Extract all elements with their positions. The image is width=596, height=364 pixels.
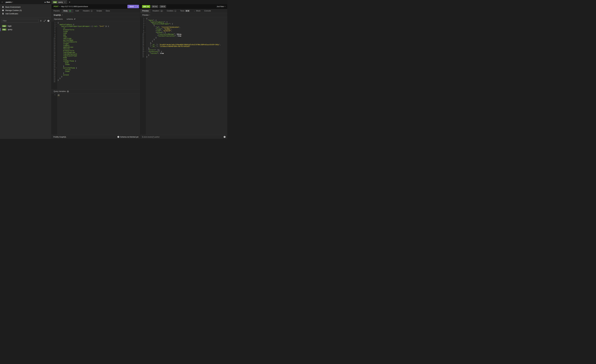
url-input[interactable]: http://127.0.0.1:8881/pamirs/base (61, 6, 127, 7)
environment-icon (2, 6, 4, 8)
graphql-editor[interactable]: 1▾{2▾ appConfigQuery {3▾ queryListByWrap… (52, 21, 140, 89)
fold-arrow-icon[interactable]: ▾ (144, 51, 146, 52)
operations-subtab[interactable]: Operations (54, 18, 63, 20)
add-request-button[interactable] (47, 19, 50, 22)
close-icon[interactable]: × (64, 1, 66, 3)
code-line: 8 "code": "global#", (140, 30, 227, 32)
send-options-dropdown[interactable]: ▾ (136, 5, 139, 8)
sort-icon[interactable] (39, 19, 43, 22)
fold-arrow-icon[interactable]: ▾ (55, 60, 57, 62)
fold-arrow-icon[interactable]: ▾ (144, 18, 146, 19)
tab-auth[interactable]: Auth (74, 9, 81, 13)
arrow-right-icon: → (194, 10, 195, 12)
fold-gutter (55, 29, 57, 30)
sidebar-filter-row (0, 17, 52, 23)
body-type-dropdown[interactable]: GraphQL (54, 14, 61, 16)
fold-gutter (144, 45, 146, 47)
tab-console[interactable]: Console (202, 9, 213, 13)
workspace-dropdown[interactable]: pamirs ▾ (6, 1, 13, 3)
code-text: { (146, 18, 147, 19)
back-chevron-icon[interactable]: ‹ (2, 1, 3, 3)
code-text: inline (57, 69, 71, 71)
code-text: "data": { (146, 19, 156, 21)
tab-response-headers[interactable]: Headers 10 (150, 9, 165, 13)
tab-cookies[interactable]: Cookies 1 (165, 9, 178, 13)
tab-preview[interactable]: Preview (140, 9, 150, 13)
sidebar-item-cookies[interactable]: Manage Cookies (3) (0, 9, 52, 12)
request-item-login[interactable]: GQL login (0, 24, 52, 28)
fold-gutter (55, 41, 57, 43)
status-code: 200 (143, 6, 146, 7)
help-icon[interactable]: ? (224, 136, 225, 138)
fold-arrow-icon[interactable]: ▾ (144, 21, 146, 23)
response-viewer[interactable]: 1▾{2▾ "data": {3▾ "appConfigQuery": {4▾ … (140, 17, 227, 135)
code-text: loginLayoutType (57, 55, 77, 57)
fold-gutter (55, 50, 57, 51)
tab-mock[interactable]: → Mock (192, 9, 202, 13)
query-variables-editor[interactable]: 1{} (52, 93, 140, 135)
method-dropdown[interactable]: POST (54, 6, 59, 7)
fold-gutter (55, 43, 57, 44)
code-line: 9 logo (52, 36, 140, 37)
prettify-button[interactable]: Prettify GraphQL (53, 136, 66, 138)
new-tab-button[interactable]: + (67, 0, 72, 4)
fold-arrow-icon[interactable]: ▾ (55, 24, 57, 25)
line-number: 18 (140, 47, 144, 49)
fold-gutter (55, 57, 57, 58)
fold-arrow-icon[interactable]: ▾ (55, 25, 57, 27)
fold-arrow-icon[interactable]: ▾ (144, 23, 146, 25)
code-text: mode (57, 62, 69, 64)
code-text: }, (146, 47, 150, 49)
tab-tests[interactable]: Tests 0 / 0 (178, 9, 192, 13)
filter-input[interactable] (1, 19, 39, 22)
line-number: 18 (52, 51, 55, 53)
line-number: 10 (140, 33, 144, 35)
tab-label: Console (204, 10, 211, 12)
tab-scripts[interactable]: Scripts (95, 9, 104, 13)
fold-gutter (55, 64, 57, 65)
fold-gutter (55, 44, 57, 46)
fold-gutter (55, 62, 57, 64)
help-icon[interactable]: ? (67, 90, 69, 92)
status-badge: 200 OK (142, 5, 150, 8)
fold-gutter (144, 40, 146, 42)
send-button[interactable]: Send ▾ (127, 5, 139, 8)
sidebar: Basic Environment Manage Cookies (3) Add… (0, 4, 52, 139)
fold-gutter (55, 65, 57, 67)
fold-arrow-icon[interactable]: ▾ (144, 32, 146, 33)
graphql-subtabs: Operations schema (52, 17, 140, 21)
fold-arrow-icon[interactable]: ▾ (144, 25, 146, 26)
sidebar-item-environment[interactable]: Basic Environment (0, 5, 52, 9)
line-number: 11 (52, 39, 55, 41)
code-text: size (57, 58, 67, 60)
expand-icon[interactable] (43, 19, 46, 22)
tab-headers[interactable]: Headers 4 (81, 9, 95, 13)
tab-body[interactable]: Body (62, 9, 74, 13)
fold-gutter (144, 44, 146, 45)
tab-params[interactable]: Params (52, 9, 62, 13)
run-button[interactable]: ▶ Run (45, 1, 50, 3)
code-line: 2▾ "data": { (140, 19, 227, 21)
code-line: 29 theme (52, 71, 140, 72)
schema-dropdown[interactable]: schema (67, 18, 75, 20)
line-number: 3 (140, 21, 144, 23)
request-tab-query[interactable]: GQL query × (52, 0, 67, 4)
fold-arrow-icon[interactable]: ▾ (55, 67, 57, 69)
code-line: 30 } (52, 72, 140, 74)
fold-arrow-icon[interactable]: ▾ (144, 19, 146, 21)
code-text: } (57, 79, 59, 81)
line-number: 22 (52, 58, 55, 60)
line-number: 12 (52, 41, 55, 43)
response-history-dropdown[interactable]: Just Now ▾ (217, 6, 225, 7)
request-item-query[interactable]: GQL query (0, 28, 52, 31)
fold-arrow-icon[interactable]: ▾ (55, 22, 57, 24)
jsonpath-filter-input[interactable] (142, 136, 223, 138)
sidebar-menu: Basic Environment Manage Cookies (3) Add… (0, 4, 52, 17)
preview-mode-dropdown[interactable]: Preview (142, 14, 149, 16)
line-number: 5 (140, 25, 144, 26)
sidebar-item-certificates[interactable]: Add Certificates (0, 12, 52, 15)
code-line: 17 browserTitle (52, 50, 140, 51)
chevron-down-icon: ▾ (12, 1, 13, 3)
tab-docs[interactable]: Docs (104, 9, 112, 13)
code-text: "errors": [], (146, 49, 160, 51)
